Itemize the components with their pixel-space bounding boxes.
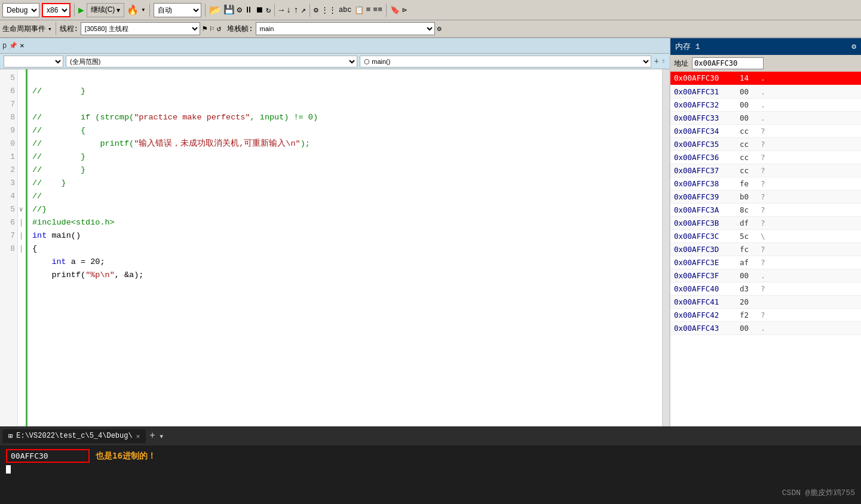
file-select[interactable] — [4, 56, 63, 67]
memory-addr-cell: 0x00AFFC30 — [670, 72, 736, 85]
flag2-icon[interactable]: ⚐ — [210, 24, 215, 33]
run-cursor-icon[interactable]: ↗ — [301, 5, 306, 15]
memory-char-cell: ? — [757, 282, 861, 295]
memory-addr-bar: 地址 — [670, 55, 861, 72]
memory-settings-icon[interactable]: ⚙ — [851, 42, 856, 51]
memory-row: 0x00AFFC3100. — [670, 85, 861, 98]
flame-icon[interactable]: 🔥 — [127, 4, 139, 16]
step-over-icon[interactable]: → — [278, 5, 283, 15]
memory-val-cell: d3 — [736, 282, 757, 295]
memory-row: 0x00AFFC3Eaf? — [670, 256, 861, 269]
memory-panel: 内存 1 ⚙ 地址 0x00AFFC3014.0x00AFFC3100.0x00… — [670, 38, 861, 426]
registers-icon[interactable]: ≡ — [366, 5, 371, 14]
callstack-icon[interactable]: ≡≡ — [373, 5, 382, 14]
auto-select[interactable]: 自动 — [154, 3, 201, 17]
breakpoints-icon[interactable]: ⋮⋮ — [321, 5, 336, 15]
add-watch-icon[interactable]: + — [654, 57, 658, 66]
pause-icon[interactable]: ⏸ — [244, 5, 253, 15]
terminal-dropdown-btn[interactable]: ▾ — [159, 431, 164, 441]
code-tab-bar: p 📌 ✕ — [0, 38, 669, 54]
terminal-content: 00AFFC30 也是16进制的！ — [0, 445, 861, 504]
add-terminal-btn[interactable]: + — [147, 431, 158, 441]
scroll-icon[interactable]: ⇑ — [661, 57, 666, 66]
memory-row: 0x00AFFC38fe? — [670, 177, 861, 190]
scope-select[interactable]: (全局范围) — [66, 56, 357, 67]
stack-select[interactable]: main — [256, 22, 435, 35]
memory-row: 0x00AFFC36cc? — [670, 150, 861, 164]
memory-char-cell: . — [757, 85, 861, 98]
continue-button[interactable]: 继续(C) ▾ — [87, 3, 125, 17]
code-panel: p 📌 ✕ (全局范围) ⬡ main() + ⇑ 5 6 7 8 — [0, 38, 670, 426]
memory-val-cell: fe — [736, 177, 757, 190]
step-into-icon[interactable]: ↓ — [286, 5, 291, 15]
terminal-tab-label: E:\VS2022\test_c\5_4\Debug\ — [16, 432, 132, 440]
memory-addr-cell: 0x00AFFC3C — [670, 229, 736, 242]
config-select[interactable]: Debug — [2, 3, 39, 17]
restart-icon[interactable]: ↻ — [266, 5, 271, 15]
memory-addr-cell: 0x00AFFC3F — [670, 269, 736, 282]
disasm-icon[interactable]: abc — [339, 6, 352, 14]
sep3 — [205, 4, 206, 17]
memory-val-cell: 00 — [736, 321, 757, 334]
line-indicator: ∨ │ │ │ — [18, 69, 27, 426]
panel-close-icon[interactable]: ✕ — [20, 41, 24, 50]
continue-dropdown[interactable]: ▾ — [117, 6, 120, 14]
lifecycle-dropdown-icon[interactable]: ▾ — [48, 25, 52, 33]
platform-select[interactable]: x86 — [42, 3, 71, 17]
debug-icon2[interactable]: ⚙ — [237, 5, 242, 15]
arrow-icon[interactable]: ↺ — [216, 24, 221, 33]
sep4 — [274, 4, 275, 17]
save-icon[interactable]: 💾 — [223, 4, 235, 16]
memory-char-cell: ? — [757, 177, 861, 190]
memory-val-cell: 20 — [736, 295, 757, 308]
stack-settings-icon[interactable]: ⚙ — [437, 24, 442, 33]
panel-pin-icon[interactable]: 📌 — [9, 42, 17, 50]
scope-bar: (全局范围) ⬡ main() + ⇑ — [0, 54, 669, 69]
memory-addr-cell: 0x00AFFC34 — [670, 124, 736, 137]
line-numbers: 5 6 7 8 9 0 1 2 3 4 5 6 7 8 — [0, 69, 18, 426]
memory-addr-cell: 0x00AFFC42 — [670, 308, 736, 321]
bookmark-icon[interactable]: 🔖 — [390, 5, 400, 15]
step-out-icon[interactable]: ↑ — [293, 5, 298, 15]
sep6 — [386, 4, 387, 17]
memory-val-cell: cc — [736, 150, 757, 164]
memory-val-cell: 00 — [736, 269, 757, 282]
memory-char-cell — [757, 295, 861, 308]
nav-icon[interactable]: ⊳ — [402, 5, 407, 15]
thread-select[interactable]: [30580] 主线程 — [81, 22, 200, 35]
memory-row: 0x00AFFC39b0? — [670, 190, 861, 203]
memory-row: 0x00AFFC3014. — [670, 72, 861, 85]
addr-input[interactable] — [692, 57, 764, 69]
terminal-tab-active[interactable]: ⊞ E:\VS2022\test_c\5_4\Debug\ ✕ — [2, 429, 146, 443]
terminal-tab-close[interactable]: ✕ — [136, 432, 140, 440]
memory-title-bar: 内存 1 ⚙ — [670, 38, 861, 55]
memory-row: 0x00AFFC3Dfc? — [670, 242, 861, 256]
memory-char-cell: ? — [757, 308, 861, 321]
memory-addr-cell: 0x00AFFC43 — [670, 321, 736, 334]
memory-addr-cell: 0x00AFFC3A — [670, 203, 736, 216]
code-content-area: 5 6 7 8 9 0 1 2 3 4 5 6 7 8 — [0, 69, 669, 426]
memory-char-cell: ? — [757, 216, 861, 229]
memory-row: 0x00AFFC3Bdf? — [670, 216, 861, 229]
memory-addr-cell: 0x00AFFC32 — [670, 98, 736, 111]
memory-icon[interactable]: 📋 — [354, 5, 364, 15]
sep7 — [56, 22, 56, 35]
memory-char-cell: . — [757, 111, 861, 124]
memory-val-cell: b0 — [736, 190, 757, 203]
thread-label: 线程: — [60, 24, 78, 34]
memory-row: 0x00AFFC42f2? — [670, 308, 861, 321]
folder-icon[interactable]: 📂 — [209, 4, 221, 16]
flag-icon[interactable]: ⚑ — [203, 24, 207, 33]
watch-icon[interactable]: ⚙ — [314, 5, 318, 15]
memory-row: 0x00AFFC3C5c\ — [670, 229, 861, 242]
function-select[interactable]: ⬡ main() — [360, 56, 651, 67]
memory-addr-cell: 0x00AFFC41 — [670, 295, 736, 308]
continue-btn[interactable]: ▶ — [78, 4, 84, 16]
stop-icon[interactable]: ⏹ — [255, 5, 263, 15]
memory-val-cell: af — [736, 256, 757, 269]
vertical-scrollbar[interactable] — [662, 69, 669, 426]
toolbar-row2: 生命周期事件 ▾ 线程: [30580] 主线程 ⚑ ⚐ ↺ 堆栈帧: main… — [0, 20, 861, 38]
terminal-area: ⊞ E:\VS2022\test_c\5_4\Debug\ ✕ + ▾ 00AF… — [0, 426, 861, 504]
memory-char-cell: \ — [757, 229, 861, 242]
flame-dropdown[interactable]: ▾ — [141, 5, 145, 14]
